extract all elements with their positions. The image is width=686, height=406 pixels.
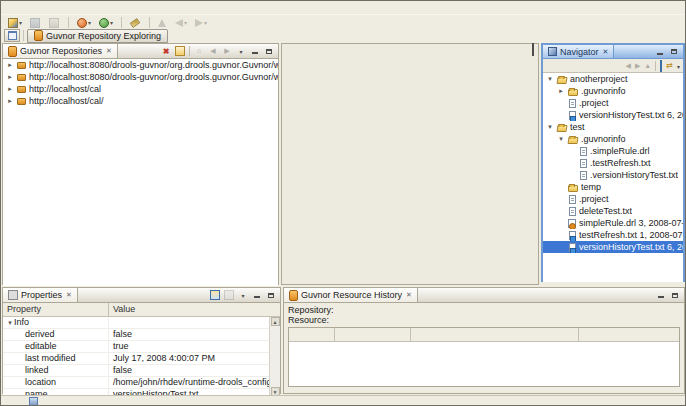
menu-item[interactable] — [53, 7, 65, 9]
last-edit-location-button[interactable] — [155, 17, 170, 29]
show-categories-button[interactable] — [210, 290, 220, 300]
forward-button[interactable]: ▾ — [192, 16, 210, 30]
tree-item[interactable]: deleteTest.txt — [543, 205, 683, 217]
menu-item[interactable] — [41, 7, 53, 9]
go-forward-button[interactable]: ▶ — [222, 46, 232, 56]
tree-expand-arrow[interactable]: ▾ — [6, 317, 14, 328]
tree-item[interactable]: ▾anotherproject — [543, 73, 683, 85]
minimize-view-button[interactable] — [252, 290, 262, 300]
tree-expand-arrow[interactable]: ▾ — [546, 73, 554, 85]
maximize-view-button[interactable] — [669, 47, 679, 57]
property-column-header[interactable]: Property — [3, 303, 109, 316]
menu-item[interactable] — [29, 7, 41, 9]
go-back-button[interactable]: ◀ — [208, 46, 218, 56]
tree-item[interactable]: ▸.guvnorinfo — [543, 85, 683, 97]
close-icon[interactable]: ✕ — [602, 48, 609, 56]
tree-expand-arrow[interactable]: ▸ — [6, 59, 14, 71]
tree-item[interactable]: .project — [543, 97, 683, 109]
view-menu-button[interactable]: ▾ — [677, 61, 680, 71]
back-button[interactable]: ◀ — [626, 60, 631, 71]
tree-item[interactable]: ▾.guvnorinfo — [543, 133, 683, 145]
go-home-button[interactable]: ⌂ — [194, 46, 204, 56]
minimize-view-button[interactable] — [656, 290, 666, 300]
tab-properties[interactable]: Properties ✕ — [3, 288, 78, 302]
tree-item[interactable]: ▸http://localhost/cal — [3, 83, 278, 95]
maximize-icon — [266, 49, 272, 54]
property-row[interactable]: last modifiedJuly 17, 2008 4:00:07 PM — [3, 353, 280, 365]
run-button[interactable]: ▾ — [96, 16, 116, 30]
property-row[interactable]: derivedfalse — [3, 329, 280, 341]
maximize-view-button[interactable] — [266, 290, 276, 300]
tab-guvnor-repositories[interactable]: Guvnor Repositories ✕ — [3, 44, 118, 58]
close-icon[interactable]: ✕ — [405, 291, 412, 299]
view-menu-button[interactable]: ▾ — [236, 46, 246, 56]
tree-expand-arrow[interactable]: ▸ — [6, 71, 14, 83]
property-name: Info — [14, 317, 29, 328]
property-row[interactable]: ▾Info — [3, 317, 280, 329]
scroll-up-icon[interactable]: ▲ — [271, 317, 280, 326]
tree-item[interactable]: simpleRule.drl 3, 2008-07-15T15:37:34 — [543, 217, 683, 229]
search-button[interactable] — [127, 16, 144, 30]
guvnor-resource-history-view: Guvnor Resource History ✕ Repository: Re… — [283, 287, 685, 394]
new-wizard-button[interactable]: ▾ — [5, 16, 25, 30]
back-button[interactable]: ▾ — [172, 16, 190, 30]
history-column-header[interactable] — [289, 328, 335, 341]
close-icon[interactable]: ✕ — [105, 47, 112, 55]
menu-item[interactable] — [65, 7, 77, 9]
perspective-tab-guvnor-repository-exploring[interactable]: Guvnor Repository Exploring — [27, 29, 168, 43]
tab-navigator[interactable]: Navigator ✕ — [543, 45, 614, 58]
show-advanced-properties-button[interactable] — [224, 290, 234, 300]
delete-repository-button[interactable]: ✖ — [161, 46, 171, 56]
menu-item[interactable] — [77, 7, 89, 9]
properties-scrollbar[interactable]: ▲ ▼ — [269, 317, 280, 396]
property-row[interactable]: editabletrue — [3, 341, 280, 353]
tree-item[interactable]: temp — [543, 181, 683, 193]
tree-item[interactable]: versionHistoryTest.txt 6, 2008-07-17T15 — [543, 241, 683, 253]
tree-item[interactable]: ▸http://localhost:8080/drools-guvnor/org… — [3, 71, 278, 83]
tree-expand-arrow[interactable]: ▾ — [546, 121, 554, 133]
menu-item[interactable] — [89, 7, 101, 9]
print-icon — [49, 18, 59, 28]
tree-item[interactable]: testRefresh.txt 1, 2008-07-16T15:15:21 — [543, 229, 683, 241]
debug-button[interactable]: ▾ — [74, 16, 94, 30]
tree-item[interactable]: ▾test — [543, 121, 683, 133]
tree-item[interactable]: versionHistoryTest.txt 6, 2008-07-17T15 — [543, 109, 683, 121]
minimize-view-button[interactable] — [250, 46, 260, 56]
tree-item[interactable]: .testRefresh.txt — [543, 157, 683, 169]
tab-guvnor-resource-history[interactable]: Guvnor Resource History ✕ — [284, 288, 418, 302]
tree-item[interactable]: .simpleRule.drl — [543, 145, 683, 157]
tree-expand-arrow[interactable]: ▸ — [557, 85, 565, 97]
history-column-header[interactable] — [411, 328, 579, 341]
up-button[interactable]: ▲ — [644, 60, 651, 71]
view-menu-button[interactable]: ▾ — [238, 290, 248, 300]
collapse-all-button[interactable] — [660, 61, 662, 71]
menu-item[interactable] — [5, 7, 17, 9]
history-column-header[interactable] — [335, 328, 411, 341]
view-title: Guvnor Repositories — [20, 46, 102, 56]
maximize-editor-button[interactable] — [532, 45, 534, 55]
link-with-editor-button[interactable]: ⇄ — [666, 60, 673, 71]
add-repository-button[interactable] — [175, 46, 185, 56]
tree-item[interactable]: ▸http://localhost:8080/drools-guvnor/org… — [3, 59, 278, 71]
tree-item[interactable]: .project — [543, 193, 683, 205]
open-perspective-button[interactable] — [4, 29, 20, 42]
tree-expand-arrow[interactable]: ▸ — [6, 83, 14, 95]
tree-expand-arrow[interactable]: ▸ — [6, 95, 14, 107]
tree-item[interactable]: ▸http://localhost/cal/ — [3, 95, 278, 107]
value-column-header[interactable]: Value — [109, 303, 135, 316]
save-button[interactable] — [27, 16, 44, 30]
history-column-header[interactable] — [579, 328, 679, 341]
tree-item[interactable]: .versionHistoryTest.txt — [543, 169, 683, 181]
minimize-view-button[interactable] — [655, 47, 665, 57]
forward-button[interactable]: ▶ — [635, 60, 640, 71]
menu-item[interactable] — [17, 7, 29, 9]
repo-icon — [17, 98, 26, 105]
property-row[interactable]: linkedfalse — [3, 365, 280, 377]
property-row[interactable]: location/home/john/rhdev/runtime-drools_… — [3, 377, 280, 389]
repositories-tree: ▸http://localhost:8080/drools-guvnor/org… — [3, 59, 278, 286]
close-icon[interactable]: ✕ — [65, 291, 72, 299]
print-button[interactable] — [46, 16, 63, 30]
tree-expand-arrow[interactable]: ▾ — [557, 133, 565, 145]
maximize-view-button[interactable] — [264, 46, 274, 56]
maximize-view-button[interactable] — [670, 290, 680, 300]
